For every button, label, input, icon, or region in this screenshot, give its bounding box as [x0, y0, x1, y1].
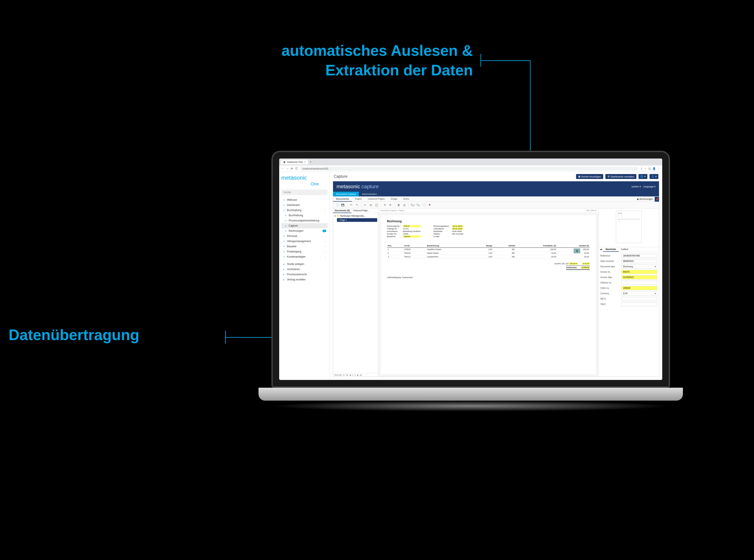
sidebar-action-label: Prozessübersicht	[287, 273, 307, 276]
sidebar-item[interactable]: ≡Vetragsmanagement⌄	[281, 239, 328, 244]
flag-icon[interactable]: ⚑	[427, 203, 432, 207]
pager-next-icon[interactable]: ▶	[357, 374, 359, 376]
sidebar-item[interactable]: ≡Bauakte⌄	[281, 244, 328, 249]
action-icon: ▸	[283, 268, 285, 271]
rotate-left-icon[interactable]: ⟲	[382, 203, 387, 207]
search-input[interactable]: Suche	[281, 189, 328, 195]
page-thumbnail[interactable]: Rechnung ──────────── ─ ─ ── ─ ── ─ ─	[616, 211, 642, 243]
back-icon[interactable]: ←	[281, 167, 284, 170]
rechnungen-toggle[interactable]: ◉ Rechnungen	[637, 198, 653, 201]
capture-nav-item[interactable]: Document Capture	[333, 192, 359, 196]
sidebar-action[interactable]: ▸Studie anlegen	[281, 261, 328, 267]
subtab[interactable]: Pages	[352, 196, 365, 202]
fit-icon[interactable]: ⛶	[422, 203, 426, 207]
sidebar-action[interactable]: ▸Archivieren	[281, 267, 328, 272]
user-button[interactable]: 👤 ▾	[650, 174, 658, 179]
new-tab-button[interactable]: +	[310, 160, 311, 163]
pin-icon[interactable]: 📌	[655, 197, 659, 202]
redo-icon[interactable]: ↷	[354, 203, 359, 207]
chevron-icon: ⌄	[324, 245, 326, 247]
field-input[interactable]	[621, 275, 657, 279]
field-tab[interactable]: Mainfields	[603, 247, 619, 252]
annotation-left: Datenübertragung	[8, 325, 139, 345]
delete-icon[interactable]: 🗑	[396, 203, 401, 207]
sidebar-item[interactable]: ≡Rechnungen1	[281, 228, 328, 234]
save-icon[interactable]: 💾	[340, 203, 345, 207]
add-tile-button[interactable]: ▦Kachel hinzufügen	[576, 174, 603, 179]
paste-icon[interactable]: 📋	[374, 203, 379, 207]
browser-tab[interactable]: ◧ metasonic One ×	[281, 160, 308, 164]
star-icon[interactable]: ☆	[644, 167, 647, 170]
brand-logo: metasonic	[281, 174, 328, 182]
subtab[interactable]: Extra	[400, 196, 412, 202]
share-icon[interactable]: ⇪	[640, 167, 642, 170]
field-tab[interactable]: Fulltext	[619, 247, 631, 252]
records-label: Records: 10	[334, 374, 345, 376]
sidebar-item[interactable]: ≡Webcast	[281, 197, 328, 202]
image-marker-icon: 🖼	[574, 248, 580, 253]
sidebar-item[interactable]: ≡Personal⌄	[281, 234, 328, 239]
undo-icon[interactable]: ↶	[349, 203, 354, 207]
extension-icon[interactable]: ◫	[649, 167, 651, 170]
field-input[interactable]: EUR▾	[621, 292, 657, 296]
fieldtab-prev-icon[interactable]: ◀	[599, 247, 603, 252]
sidebar-action[interactable]: ▸Vertrag erstellen	[281, 277, 328, 282]
pager-last-icon[interactable]: ⏭	[360, 374, 362, 376]
meta-label: Bestell-Nr.:	[387, 235, 400, 238]
page-title: Capture	[334, 174, 574, 179]
sidebar-item[interactable]: ≡Buchhaltung	[281, 213, 328, 218]
tree-tab[interactable]: Unbound Page...	[351, 208, 371, 213]
tab-favicon-icon: ◧	[283, 161, 286, 163]
pager-first-icon[interactable]: ⏮	[346, 374, 348, 376]
table-row: 2784120Kabel Classic1,00Stk.10,0010,00	[387, 251, 590, 255]
sidebar-item[interactable]: ≡Capture	[281, 223, 328, 228]
field-input[interactable]	[621, 259, 657, 263]
print-icon[interactable]: 🖨	[402, 203, 407, 207]
tree-page[interactable]: ▪ Page 1	[337, 218, 377, 222]
info-icon[interactable]: ⓘ	[295, 167, 298, 171]
field-input[interactable]	[621, 297, 657, 301]
tree-tab[interactable]: Documents (5)	[333, 208, 351, 213]
field-input[interactable]	[621, 270, 657, 274]
tree-folder[interactable]: ▾ 📁 Hamburger MöbelgesSta...	[334, 214, 377, 218]
sidebar-item[interactable]: ≡Buchhaltung⌃	[281, 208, 328, 213]
field-input[interactable]	[621, 286, 657, 290]
profile-icon[interactable]: 👤	[653, 167, 656, 170]
sidebar-item-label: Webcast	[287, 198, 297, 201]
tab-close-icon[interactable]: ×	[304, 161, 305, 163]
annotation-top-2: Extraktion der Daten	[325, 62, 473, 79]
manage-dashboards-button[interactable]: ⚙Dashboards verwalten	[606, 174, 636, 179]
field-input[interactable]	[621, 254, 657, 258]
sidebar-item[interactable]: ≡Dashboard	[281, 202, 328, 208]
field-label: Reference	[600, 255, 620, 257]
sidebar-item[interactable]: ≡Kundenanliegen⌄	[281, 254, 328, 259]
copy-icon[interactable]: ⧉	[369, 203, 373, 207]
field-input[interactable]: Rechnung▾	[621, 264, 657, 268]
sidebar-item[interactable]: ≡Posteingang⌄	[281, 249, 328, 254]
menu-icon[interactable]: ⋮	[657, 167, 660, 170]
cut-icon[interactable]: ✂	[363, 203, 368, 207]
pager-prev-icon[interactable]: ◀	[350, 374, 351, 376]
field-input[interactable]	[621, 281, 657, 285]
sidebar-action[interactable]: ▸Prozessübersicht	[281, 272, 328, 277]
language-menu[interactable]: Language ▾	[643, 185, 656, 188]
sidebar-item[interactable]: ≡Prozessstapelverarbeitung	[281, 218, 328, 223]
new-icon[interactable]: 📄	[335, 203, 339, 207]
subtab[interactable]: Unbound Pages	[365, 196, 388, 202]
capture-nav-item[interactable]: Administration	[359, 192, 380, 196]
forward-icon[interactable]: →	[286, 167, 289, 170]
system-menu[interactable]: system ▾	[631, 185, 641, 188]
meta-value	[452, 235, 463, 238]
subtab[interactable]: Documents	[333, 196, 352, 202]
zoom-in-icon[interactable]: 🔍+	[410, 203, 415, 207]
sidebar-item-label: Buchhaltung	[289, 214, 303, 217]
sidebar-item-label: Kundenanliegen	[287, 255, 306, 258]
language-button[interactable]: 🌐 ▾	[638, 174, 647, 179]
rotate-right-icon[interactable]: ⟳	[388, 203, 393, 207]
sidebar: metasonic One Suche ≡Webcast≡Dashboard≡B…	[279, 172, 330, 380]
field-input[interactable]	[621, 302, 657, 306]
subtab[interactable]: Image	[388, 196, 400, 202]
address-bar[interactable]: localhost/dashboard/325	[300, 167, 638, 171]
zoom-out-icon[interactable]: 🔍-	[416, 203, 421, 207]
reload-icon[interactable]: ⟳	[291, 167, 293, 170]
